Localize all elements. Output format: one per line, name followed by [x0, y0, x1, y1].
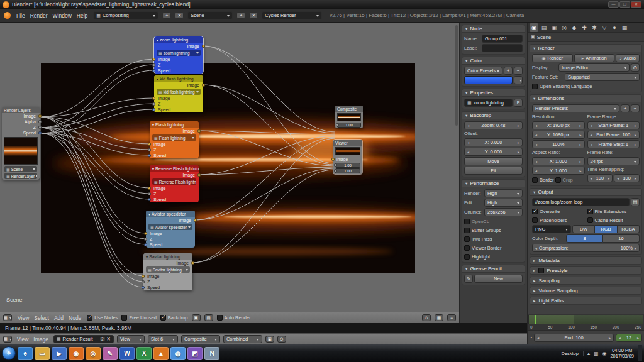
color-menu-button[interactable]	[514, 76, 523, 84]
layer-dropdown[interactable]: Composite	[181, 335, 220, 343]
node-title[interactable]: Reverse Flash lightning	[150, 165, 199, 172]
backdrop-channel-alpha-icon[interactable]: ▤	[204, 314, 213, 321]
screen-layout-selector[interactable]: ▦Compositing	[93, 11, 158, 19]
node-viewer[interactable]: Viewer Image 1.00 1.00	[333, 140, 362, 174]
panel-header-properties[interactable]: Properties	[462, 89, 525, 97]
osl-checkbox[interactable]: Open Shading Language	[532, 82, 640, 90]
display-dropdown[interactable]: Image Editor	[558, 63, 630, 72]
placeholders-checkbox[interactable]: Placeholders	[532, 216, 585, 224]
node-title[interactable]: Composite	[335, 106, 363, 112]
pass-dropdown[interactable]: Combined	[223, 335, 262, 343]
panel-header-node[interactable]: Node	[462, 25, 525, 33]
menu-item[interactable]: File	[14, 13, 27, 19]
internet-explorer-icon[interactable]: e	[18, 347, 33, 360]
resolution-y-field[interactable]: Y: 1080 px	[532, 131, 585, 139]
auto-render-checkbox[interactable]: Auto Render	[217, 314, 251, 322]
tab-constraints[interactable]: ✚	[580, 23, 589, 32]
vlc-icon[interactable]: ▲	[153, 347, 169, 360]
color-presets-dropdown[interactable]: Color Presets	[464, 67, 502, 75]
resolution-percentage-slider[interactable]: 100%	[532, 140, 585, 148]
tab-modifiers[interactable]: ✱	[590, 23, 599, 32]
layout-add-button[interactable]: +	[162, 12, 171, 19]
start-button[interactable]: ❖	[2, 346, 16, 360]
tab-render-layers[interactable]: ▤	[540, 23, 548, 32]
tab-material[interactable]: ●	[610, 23, 619, 32]
node-group-kid-flash-lightning[interactable]: kid flash lightning Image kid flash ligh…	[154, 75, 203, 112]
snap-icon[interactable]: ⊙	[422, 314, 431, 321]
copy-icon[interactable]: ▦	[435, 314, 443, 321]
show-desktop-button[interactable]	[638, 345, 642, 361]
file-format-dropdown[interactable]: PNG	[532, 225, 571, 233]
performance-render-dropdown[interactable]: High	[484, 189, 523, 197]
current-frame-field[interactable]: 12	[616, 334, 642, 342]
tab-texture[interactable]: ▦	[620, 23, 629, 32]
node-title[interactable]: Viewer	[333, 140, 362, 146]
layout-delete-button[interactable]: ✕	[175, 12, 184, 19]
backdrop-fit-button[interactable]: Fit	[464, 167, 523, 175]
folder-icon[interactable]: ▭	[35, 347, 50, 360]
node-title[interactable]: Aviator speedster	[146, 211, 195, 217]
node-label-field[interactable]	[482, 44, 523, 52]
grease-pencil-icon[interactable]: ✎	[464, 275, 473, 283]
excel-icon[interactable]: X	[136, 347, 152, 360]
viewer-border-checkbox[interactable]: Viewer Border	[464, 244, 523, 251]
compression-slider[interactable]: Compression:100%	[532, 244, 640, 252]
render-presets-dropdown[interactable]: Render Presets	[532, 104, 619, 112]
cache-result-checkbox[interactable]: Cache Result	[587, 216, 640, 224]
group-datablock-field[interactable]: ▦zoom lightning	[464, 99, 513, 107]
frame-rate-dropdown[interactable]: 24 fps	[587, 157, 640, 165]
group-datablock-selector[interactable]: Reverse Flash lightning	[152, 178, 196, 185]
blender-icon[interactable]: ◎	[86, 347, 101, 360]
node-group-aviator-speedster[interactable]: Aviator speedster Image Aviator speedste…	[146, 211, 195, 248]
notepad-icon[interactable]: N	[204, 347, 219, 360]
backdrop-move-button[interactable]: Move	[464, 157, 523, 165]
menu-item[interactable]: Render	[28, 13, 50, 19]
node-name-field[interactable]: Group.001	[482, 35, 523, 43]
firefox-icon[interactable]: ◉	[69, 347, 84, 360]
preset-add-button[interactable]: +	[621, 104, 630, 112]
render-layer-selector[interactable]: RenderLayer	[4, 173, 37, 179]
node-color-swatch[interactable]	[464, 76, 513, 84]
node-group-savitar-lightning[interactable]: Savitar lightning Image Savitar lightnin…	[143, 253, 192, 290]
output-path-field[interactable]: //zoom loop/zoom loop	[532, 198, 630, 206]
panel-header-sampling[interactable]: Sampling	[530, 277, 642, 285]
tray-volume-icon[interactable]: ◉	[602, 351, 606, 356]
lock-interface-icon[interactable]: ⊙	[631, 63, 640, 72]
close-button[interactable]: ✕	[631, 1, 641, 8]
display-channels-icon[interactable]: ▣	[265, 336, 274, 343]
frame-step-field[interactable]: Frame Step: 1	[587, 140, 640, 148]
scene-selector[interactable]: Scene	[187, 11, 233, 19]
paste-icon[interactable]: ≡	[447, 314, 456, 321]
composite-alpha-field[interactable]: 1.00	[337, 123, 361, 128]
grease-pencil-new-button[interactable]: New	[474, 275, 523, 283]
chrome-icon[interactable]: ◍	[170, 347, 186, 360]
word-icon[interactable]: W	[119, 347, 135, 360]
group-datablock-selector[interactable]: Flash lightning	[152, 134, 196, 141]
menu-item[interactable]: Window	[51, 13, 74, 19]
node-group-zoom-lightning[interactable]: zoom lightning Image zoom lightning Imag…	[154, 36, 203, 74]
preset-remove-button[interactable]: −	[631, 104, 640, 112]
backdrop-channel-rgb-icon[interactable]: ▣	[192, 314, 201, 321]
pin-icon[interactable]: ⊙	[277, 336, 286, 343]
node-render-layers[interactable]: Render Layers Image Alpha Z Speed Scene …	[2, 107, 40, 180]
aspect-x-field[interactable]: X: 1.000	[532, 157, 585, 165]
tab-render[interactable]: ◉	[530, 23, 538, 32]
panel-header-color[interactable]: Color	[462, 57, 525, 65]
backdrop-zoom-slider[interactable]: Zoom: 0.48	[464, 121, 523, 129]
panel-header-freestyle[interactable]: Freestyle	[530, 266, 642, 275]
panel-header-light-paths[interactable]: Light Paths	[530, 297, 642, 305]
color-mode-rgb[interactable]: RGB	[595, 225, 617, 233]
tab-object[interactable]: ◆	[570, 23, 579, 32]
two-pass-checkbox[interactable]: Two Pass	[464, 235, 523, 243]
preset-remove-button[interactable]: −	[514, 67, 523, 75]
menu-item[interactable]: Help	[75, 13, 89, 19]
preset-add-button[interactable]: +	[504, 67, 513, 75]
time-remap-old-field[interactable]: 100	[587, 174, 613, 182]
slot-dropdown[interactable]: Slot 6	[148, 335, 178, 343]
highlight-checkbox[interactable]: Highlight	[464, 253, 523, 260]
panel-header-metadata[interactable]: Metadata	[530, 256, 642, 265]
desktop-toolbar[interactable]: Desktop	[561, 351, 584, 356]
use-nodes-checkbox[interactable]: Use Nodes	[87, 314, 118, 322]
viewer-z-field[interactable]: 1.00	[335, 168, 360, 173]
color-mode-rgba[interactable]: RGBA	[618, 225, 640, 233]
